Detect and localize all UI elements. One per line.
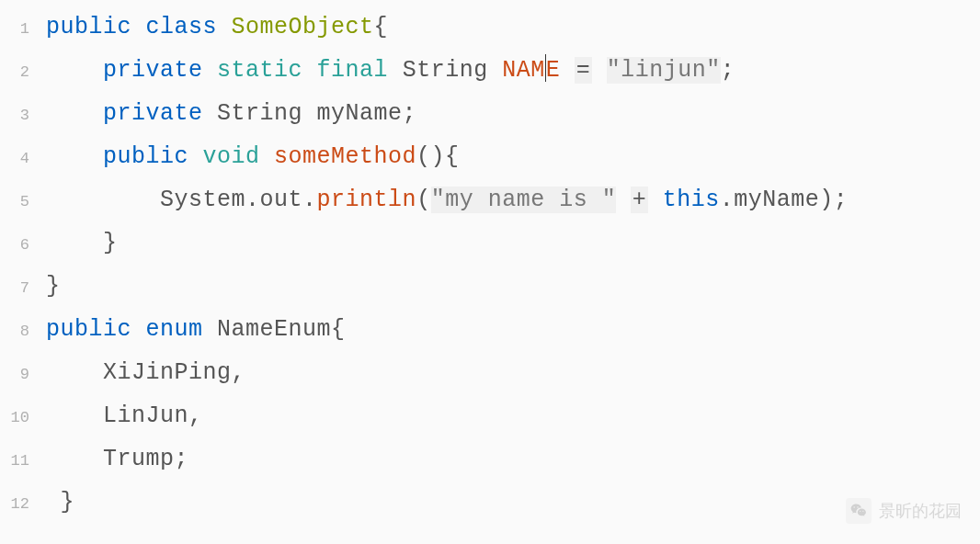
token: public bbox=[103, 143, 188, 170]
token: } bbox=[46, 230, 118, 256]
code-editor[interactable]: 1public class SomeObject{2 private stati… bbox=[0, 0, 980, 529]
token: } bbox=[46, 273, 61, 300]
token: String bbox=[217, 100, 302, 127]
code-content[interactable]: } bbox=[46, 481, 74, 524]
line-number: 11 bbox=[0, 439, 46, 482]
code-line[interactable]: 4 public void someMethod(){ bbox=[0, 135, 980, 178]
token: + bbox=[631, 187, 649, 213]
token: ; bbox=[721, 57, 735, 84]
code-line[interactable]: 9 XiJinPing, bbox=[0, 351, 980, 394]
token: private bbox=[103, 57, 203, 84]
token: ( bbox=[416, 187, 431, 213]
token: { bbox=[374, 14, 389, 40]
token bbox=[188, 143, 203, 170]
token: . bbox=[245, 187, 260, 213]
token: SomeObject bbox=[232, 14, 374, 40]
token bbox=[46, 57, 103, 84]
line-number: 3 bbox=[0, 94, 46, 137]
token: Trump bbox=[103, 446, 175, 472]
token: . bbox=[720, 187, 735, 213]
token: . bbox=[302, 187, 317, 213]
line-number: 4 bbox=[0, 137, 46, 180]
token: E bbox=[546, 57, 561, 84]
code-line[interactable]: 7} bbox=[0, 265, 980, 308]
token: XiJinPing bbox=[103, 359, 232, 386]
code-line[interactable]: 1public class SomeObject{ bbox=[0, 6, 980, 49]
token: myName bbox=[317, 100, 403, 127]
token bbox=[203, 316, 218, 343]
token bbox=[46, 187, 160, 213]
token bbox=[302, 100, 317, 127]
line-number: 6 bbox=[0, 223, 46, 266]
token: , bbox=[232, 359, 246, 386]
code-line[interactable]: 6 } bbox=[0, 221, 980, 265]
token: "my name is " bbox=[431, 187, 617, 213]
token bbox=[46, 100, 103, 127]
token: { bbox=[331, 316, 346, 343]
token bbox=[46, 446, 103, 472]
token: enum bbox=[146, 316, 203, 343]
token bbox=[592, 57, 607, 84]
token bbox=[260, 143, 275, 170]
code-content[interactable]: public class SomeObject{ bbox=[46, 6, 388, 49]
code-line[interactable]: 12 } bbox=[0, 481, 980, 524]
token: "linjun" bbox=[607, 57, 721, 84]
code-content[interactable]: public void someMethod(){ bbox=[46, 135, 460, 178]
token: (){ bbox=[416, 143, 460, 170]
code-content[interactable]: } bbox=[46, 221, 118, 265]
wechat-icon bbox=[846, 498, 872, 524]
token: ); bbox=[819, 187, 848, 213]
code-content[interactable]: XiJinPing, bbox=[46, 351, 245, 394]
code-content[interactable]: private String myName; bbox=[46, 92, 416, 135]
token bbox=[648, 187, 663, 213]
token: , bbox=[188, 402, 203, 429]
token bbox=[302, 57, 317, 84]
token bbox=[560, 57, 575, 84]
token: ; bbox=[175, 446, 189, 472]
token: String bbox=[403, 57, 488, 84]
token: = bbox=[575, 57, 593, 84]
token: } bbox=[46, 489, 74, 516]
token bbox=[616, 187, 631, 213]
token: class bbox=[146, 14, 218, 40]
token bbox=[388, 57, 403, 84]
token: static bbox=[217, 57, 302, 84]
code-content[interactable]: LinJun, bbox=[46, 394, 203, 437]
token: System bbox=[160, 187, 245, 213]
line-number: 12 bbox=[0, 482, 46, 526]
code-content[interactable]: public enum NameEnum{ bbox=[46, 308, 346, 351]
token bbox=[46, 402, 103, 429]
token: someMethod bbox=[274, 143, 416, 170]
code-line[interactable]: 8public enum NameEnum{ bbox=[0, 308, 980, 351]
watermark: 景昕的花园 bbox=[846, 498, 962, 524]
line-number: 7 bbox=[0, 266, 46, 310]
token: println bbox=[317, 187, 417, 213]
token bbox=[46, 143, 103, 170]
token: final bbox=[317, 57, 389, 84]
code-line[interactable]: 3 private String myName; bbox=[0, 92, 980, 135]
code-line[interactable]: 5 System.out.println("my name is " + thi… bbox=[0, 178, 980, 221]
watermark-text: 景昕的花园 bbox=[879, 500, 962, 522]
line-number: 9 bbox=[0, 353, 46, 396]
code-line[interactable]: 10 LinJun, bbox=[0, 394, 980, 437]
token: NAM bbox=[502, 57, 545, 84]
token: this bbox=[663, 187, 720, 213]
token: LinJun bbox=[103, 402, 188, 429]
line-number: 2 bbox=[0, 51, 46, 94]
token: ; bbox=[403, 100, 417, 127]
code-line[interactable]: 11 Trump; bbox=[0, 437, 980, 481]
code-content[interactable]: private static final String NAME = "linj… bbox=[46, 49, 735, 92]
code-line[interactable]: 2 private static final String NAME = "li… bbox=[0, 49, 980, 92]
token: NameEnum bbox=[217, 316, 331, 343]
code-content[interactable]: Trump; bbox=[46, 437, 188, 481]
token: public bbox=[46, 14, 131, 40]
code-content[interactable]: System.out.println("my name is " + this.… bbox=[46, 178, 848, 221]
line-number: 1 bbox=[0, 7, 46, 51]
line-number: 10 bbox=[0, 396, 46, 439]
token bbox=[203, 100, 218, 127]
token: out bbox=[260, 187, 303, 213]
code-content[interactable]: } bbox=[46, 265, 61, 308]
text-cursor bbox=[545, 54, 546, 82]
token bbox=[217, 14, 232, 40]
token: public bbox=[46, 316, 131, 343]
